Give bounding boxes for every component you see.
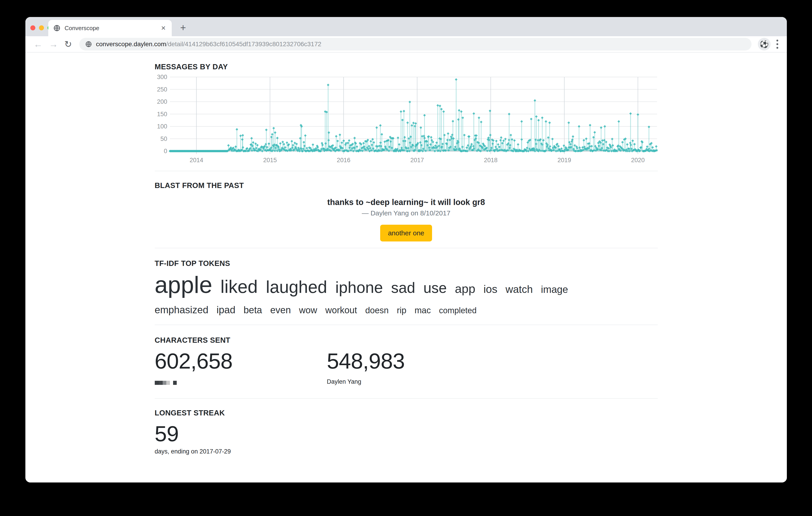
stem-marker	[436, 104, 439, 107]
stem-marker	[551, 138, 553, 140]
token: iphone	[335, 278, 383, 297]
token: wow	[299, 305, 317, 315]
stem-marker	[375, 126, 378, 129]
stem-marker	[572, 135, 574, 138]
stem-marker	[480, 121, 482, 123]
stem-marker	[430, 136, 432, 139]
stem-marker	[362, 142, 365, 144]
stem-marker	[412, 122, 415, 124]
stem-marker	[274, 131, 276, 134]
characters-entry: 548,983 Daylen Yang	[327, 349, 499, 386]
stem-marker	[401, 119, 404, 121]
stem-marker	[633, 143, 636, 145]
stem-marker	[504, 138, 506, 140]
stem-marker	[252, 141, 254, 144]
stem-marker	[547, 136, 549, 139]
stem-marker	[341, 141, 343, 144]
stem-marker	[272, 127, 275, 129]
token: apple	[155, 271, 212, 298]
stem-marker	[611, 138, 613, 140]
section-title-streak: LONGEST STREAK	[155, 408, 658, 417]
stem-marker	[348, 139, 350, 142]
y-tick-label: 100	[157, 123, 167, 130]
stem-marker	[470, 143, 473, 145]
divider	[155, 248, 658, 248]
x-tick-label: 2016	[337, 157, 350, 163]
stem-marker	[235, 128, 238, 130]
stem-marker	[502, 140, 505, 142]
menu-icon[interactable]	[773, 40, 782, 49]
token-row: applelikedlaughediphonesaduseappioswatch…	[155, 271, 658, 298]
stem-marker	[621, 141, 624, 143]
stem-marker	[582, 139, 585, 141]
forward-button[interactable]: →	[46, 40, 61, 49]
x-tick-label: 2014	[190, 157, 203, 163]
stem-marker	[500, 136, 502, 139]
back-button[interactable]: ←	[30, 40, 46, 49]
extension-soccer-icon[interactable]: ⚽	[758, 38, 771, 51]
stem-marker	[403, 110, 405, 112]
another-one-button[interactable]: another one	[380, 225, 432, 241]
window-close-button[interactable]	[30, 25, 35, 30]
token: laughed	[266, 277, 327, 297]
stem-marker	[271, 133, 273, 135]
page-content: MESSAGES BY DAY 050100150200250300201420…	[25, 53, 787, 483]
stem-marker	[600, 126, 602, 129]
y-tick-label: 150	[157, 111, 167, 118]
stem-marker	[646, 145, 648, 148]
window-minimize-button[interactable]	[39, 25, 44, 30]
token: app	[455, 281, 475, 296]
new-tab-button[interactable]: +	[177, 21, 190, 34]
stem-marker	[537, 119, 540, 121]
tab-strip: Converscope ✕ +	[25, 17, 787, 36]
desktop: { "browser": { "tab_title": "Converscope…	[0, 0, 812, 516]
token: emphasized	[155, 304, 208, 315]
browser-tab[interactable]: Converscope ✕	[48, 20, 172, 36]
reload-button[interactable]: ↻	[61, 40, 75, 49]
token: even	[270, 305, 291, 315]
stem-marker	[585, 138, 587, 140]
url-path: /detail/414129b63cf610545df173939c801232…	[166, 40, 321, 48]
stem-marker	[447, 132, 449, 135]
stem-marker	[370, 140, 372, 143]
stem-marker	[302, 141, 305, 143]
stem-marker	[510, 134, 512, 136]
stem-marker	[647, 126, 650, 128]
browser-window: Converscope ✕ + ← → ↻ converscope.daylen…	[25, 17, 787, 483]
stem-marker	[254, 143, 257, 145]
redacted-block	[173, 381, 177, 385]
redacted-block	[155, 381, 159, 385]
stem-marker	[327, 84, 329, 86]
stem-marker	[545, 120, 547, 123]
y-tick-label: 0	[164, 148, 167, 154]
stem-marker	[286, 141, 288, 144]
stem-marker	[439, 105, 441, 107]
stem-marker	[513, 139, 516, 142]
sender-name: Daylen Yang	[327, 378, 499, 385]
token-row: emphasizedipadbetaevenwowworkoutdoesnrip…	[155, 304, 658, 315]
stem-marker	[549, 145, 551, 148]
stem-marker	[442, 110, 445, 113]
stem-marker	[400, 110, 402, 113]
stem-marker	[593, 131, 596, 134]
token: image	[541, 284, 568, 295]
stem-marker	[533, 99, 536, 102]
stem-marker	[463, 134, 465, 136]
stem-marker	[520, 120, 523, 123]
x-tick-label: 2017	[410, 157, 424, 163]
stem-marker	[477, 116, 480, 119]
address-bar[interactable]: converscope.daylen.com/detail/414129b63c…	[79, 38, 752, 51]
stem-marker	[342, 140, 345, 142]
stem-marker	[419, 141, 422, 144]
stem-marker	[517, 143, 519, 146]
section-title-tokens: TF-IDF TOP TOKENS	[155, 259, 658, 268]
token: doesn	[365, 306, 389, 315]
characters-count: 602,658	[155, 349, 327, 373]
stem-marker	[589, 124, 591, 126]
stem-marker	[440, 108, 442, 110]
stem-marker	[227, 144, 230, 147]
redacted-block	[163, 381, 166, 385]
streak-value: 59	[155, 422, 658, 446]
globe-favicon-icon	[53, 25, 60, 32]
tab-close-icon[interactable]: ✕	[160, 25, 167, 32]
